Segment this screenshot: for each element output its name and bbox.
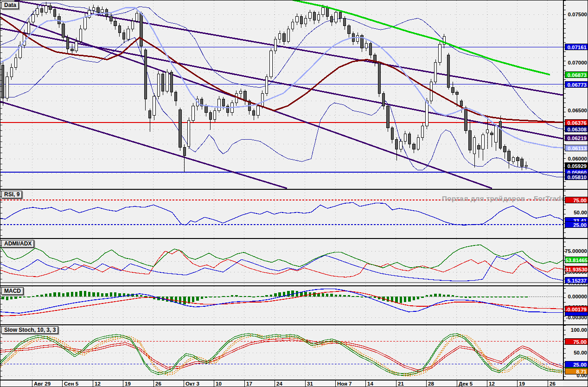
admi-adx-panel <box>0 239 563 285</box>
price-badge: 0.06113 <box>565 145 588 151</box>
time-axis-tick <box>275 381 275 387</box>
panel-separator <box>0 285 588 286</box>
stoch-panel-button[interactable]: Slow Stoch, 10, 3, 3 <box>1 326 58 334</box>
price-badge: 25.00 <box>565 221 588 228</box>
scale-label: 50.00 <box>565 349 588 356</box>
time-axis-tick <box>335 381 336 387</box>
time-axis-label: 31 <box>307 381 313 387</box>
watermark: Портал для трейдеров – ForTrader.ru <box>442 194 577 202</box>
time-axis-tick <box>32 381 32 387</box>
time-axis-tick <box>123 381 123 387</box>
price-badge: 0.06873 <box>565 71 588 78</box>
time-axis-label: 26 <box>155 381 161 387</box>
time-axis-tick <box>305 381 306 387</box>
time-axis-label: Сен 5 <box>64 381 78 387</box>
trading-terminal-window: Портал для трейдеров – ForTrader.ru 0.07… <box>0 0 588 387</box>
time-axis-tick <box>153 381 154 387</box>
time-axis-tick <box>184 381 184 387</box>
scale-label: 0.06000 <box>565 155 588 162</box>
price-badge: 25.00 <box>565 361 588 368</box>
scale-label: 50.00 <box>565 209 588 216</box>
price-badge: 0.05929 <box>565 162 588 169</box>
price-badge: 0.06376 <box>565 119 588 126</box>
panel-separator <box>0 324 588 325</box>
price-badge: 75.00 <box>565 197 588 203</box>
time-axis-label: 12 <box>95 381 101 387</box>
panel-separator <box>0 238 588 239</box>
time-axis-tick <box>214 381 214 387</box>
price-badge: 31.93530 <box>565 266 588 272</box>
price-badge: 0.06773 <box>565 81 588 88</box>
price-badge: 0.06308 <box>565 126 588 132</box>
adx-panel-button[interactable]: ADMI/ADX <box>1 240 34 248</box>
time-axis-tick <box>548 381 548 387</box>
time-axis-tick <box>396 381 396 387</box>
time-axis-label: 28 <box>428 381 434 387</box>
time-axis-tick <box>244 381 245 387</box>
time-axis-label: 21 <box>398 381 404 387</box>
time-axis-tick <box>426 381 427 387</box>
scale-label: 0.06500 <box>565 107 588 114</box>
time-axis-label: 12 <box>489 381 495 387</box>
time-axis-label: Окт 3 <box>185 381 199 387</box>
time-axis-tick <box>517 381 518 387</box>
rsi-panel-button[interactable]: RSI, 9 <box>1 191 22 199</box>
time-axis-label: Ноя 7 <box>337 381 352 387</box>
data-panel-button[interactable]: Data <box>1 1 19 9</box>
scale-label: 0.07000 <box>565 59 588 66</box>
scale-ruler-ticks <box>564 0 566 380</box>
time-axis-label: 24 <box>276 381 282 387</box>
time-axis-tick <box>487 381 487 387</box>
macd-panel <box>0 286 563 324</box>
price-badge: 0.06219 <box>565 135 588 141</box>
scale-label: 75.00000 <box>565 248 588 254</box>
time-axis-tick <box>365 381 366 387</box>
time-axis[interactable]: Авг 29Сен 5121926Окт 310172431Ноя 714212… <box>0 381 563 387</box>
time-axis-tick <box>93 381 93 387</box>
time-axis-label: Дек 5 <box>459 381 473 387</box>
time-axis-tick <box>457 381 457 387</box>
macd-panel-button[interactable]: MACD <box>1 287 24 295</box>
time-axis-label: 26 <box>550 381 556 387</box>
price-chart-panel <box>0 0 563 189</box>
panel-separator <box>0 380 588 381</box>
time-axis-label: 14 <box>367 381 373 387</box>
price-badge: 8.71 <box>565 368 588 374</box>
price-badge: 0.05810 <box>565 174 588 180</box>
time-axis-label: 19 <box>519 381 525 387</box>
left-ruler-main <box>0 2 2 188</box>
time-axis-label: 10 <box>216 381 222 387</box>
price-badge: 53.81465 <box>565 257 588 263</box>
time-axis-label: Авг 29 <box>34 381 51 387</box>
price-badge: 0.07161 <box>565 44 588 50</box>
time-axis-label: 17 <box>246 381 252 387</box>
time-axis-label: 19 <box>125 381 131 387</box>
price-badge: -0.00179 <box>565 306 588 312</box>
scale-label: 100.00 <box>565 327 588 333</box>
time-axis-tick <box>62 381 63 387</box>
scale-label: 0.00000 <box>565 293 588 300</box>
price-badge: 5.15237 <box>565 277 588 284</box>
scale-label: 0.07500 <box>565 11 588 18</box>
price-badge: 75.00 <box>565 338 588 345</box>
panel-separator <box>0 189 588 190</box>
value-scale[interactable]: 0.075000.070000.065000.060000.071610.068… <box>564 0 588 387</box>
slow-stoch-panel <box>0 325 563 380</box>
